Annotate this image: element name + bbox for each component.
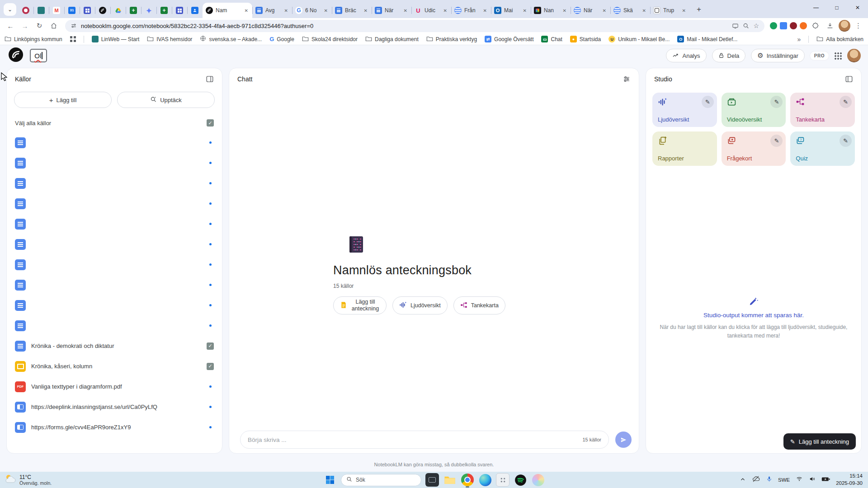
source-row-loading[interactable] xyxy=(7,132,222,153)
bookmark-folder[interactable]: Praktiska verktyg xyxy=(426,36,477,43)
pinned-tab[interactable]: + xyxy=(126,3,141,18)
browser-tab[interactable]: Trup✕ xyxy=(650,3,690,18)
add-note-button[interactable]: ✎ Lägg till anteckning xyxy=(783,433,856,450)
source-row[interactable]: Krönika, kåseri, kolumn✓ xyxy=(7,356,222,376)
reload-button[interactable]: ↻ xyxy=(33,20,45,32)
close-icon[interactable]: ✕ xyxy=(602,7,607,14)
tile-flashcards[interactable]: ✎ Frågekort xyxy=(722,131,786,166)
edit-pencil-button[interactable]: ✎ xyxy=(840,135,852,147)
source-row-loading[interactable] xyxy=(7,315,222,336)
file-explorer-icon[interactable] xyxy=(443,473,457,487)
analytics-button[interactable]: Analys xyxy=(666,49,706,62)
edit-pencil-button[interactable]: ✎ xyxy=(770,135,783,147)
close-icon[interactable]: ✕ xyxy=(323,7,329,14)
spotify-icon[interactable] xyxy=(514,473,527,487)
downloads-icon[interactable] xyxy=(824,20,836,32)
browser-tab[interactable]: Från✕ xyxy=(451,3,491,18)
close-icon[interactable]: ✕ xyxy=(522,7,528,14)
browser-tab[interactable]: Skä✕ xyxy=(610,3,650,18)
pinned-tab[interactable]: M xyxy=(49,3,64,18)
close-icon[interactable]: ✕ xyxy=(562,7,567,14)
forward-button[interactable]: → xyxy=(19,20,31,32)
chat-input[interactable] xyxy=(248,436,578,443)
browser-tab[interactable]: G6 No✕ xyxy=(292,3,332,18)
window-close-button[interactable]: ✕ xyxy=(847,0,868,15)
add-source-button[interactable]: +Lägg till xyxy=(14,92,112,108)
source-row-loading[interactable] xyxy=(7,234,222,254)
site-info-icon[interactable] xyxy=(71,23,77,29)
settings-button[interactable]: ⚙Inställningar xyxy=(751,49,805,62)
pinned-tab[interactable]: 31 xyxy=(64,3,80,18)
bookmark[interactable]: LinWeb — Start xyxy=(92,36,139,42)
browser-menu-icon[interactable]: ⋮ xyxy=(853,22,863,30)
browser-profile-avatar[interactable] xyxy=(839,20,850,32)
onedrive-paused-icon[interactable] xyxy=(751,475,760,485)
close-icon[interactable]: ✕ xyxy=(482,7,488,14)
source-row-loading[interactable] xyxy=(7,275,222,295)
home-button[interactable] xyxy=(48,20,60,32)
browser-tab[interactable]: Nan✕ xyxy=(531,3,571,18)
tile-mindmap[interactable]: ✎ Tankekarta xyxy=(790,93,855,127)
chat-input-bar[interactable]: 15 källor xyxy=(240,431,609,449)
source-row-loading[interactable] xyxy=(7,295,222,315)
studio-empty-title[interactable]: Studio-output kommer att sparas här. xyxy=(654,312,853,319)
close-icon[interactable]: ✕ xyxy=(283,7,289,14)
source-row-loading[interactable] xyxy=(7,193,222,214)
browser-tab[interactable]: Avg✕ xyxy=(252,3,292,18)
extensions-puzzle-icon[interactable] xyxy=(810,20,821,32)
tile-reports[interactable]: Rapporter xyxy=(652,131,717,166)
bookmark[interactable]: svenska.se – Akade... xyxy=(200,35,262,43)
collapse-panel-icon[interactable] xyxy=(845,75,853,83)
browser-tab[interactable]: OMai✕ xyxy=(491,3,531,18)
close-icon[interactable]: ✕ xyxy=(244,7,249,14)
browser-tab[interactable]: När✕ xyxy=(571,3,610,18)
weather-widget[interactable]: 11°CÖverväg. moln. xyxy=(0,474,52,486)
wifi-icon[interactable] xyxy=(796,476,803,484)
select-all-checkbox[interactable]: ✓ xyxy=(207,119,214,127)
window-maximize-button[interactable]: □ xyxy=(826,0,847,15)
pinned-tab[interactable] xyxy=(80,3,95,18)
tile-video-overview[interactable]: ✎ Videoöversikt xyxy=(722,93,786,127)
close-icon[interactable]: ✕ xyxy=(403,7,408,14)
battery-icon[interactable] xyxy=(821,476,830,484)
pinned-tab[interactable] xyxy=(141,3,156,18)
close-icon[interactable]: ✕ xyxy=(642,7,647,14)
edge-icon[interactable] xyxy=(478,473,492,487)
collapse-panel-icon[interactable] xyxy=(206,75,214,83)
all-bookmarks-button[interactable]: Alla bokmärken xyxy=(816,36,863,43)
pinned-tab[interactable] xyxy=(172,3,187,18)
browser-tab[interactable]: UUdic✕ xyxy=(411,3,451,18)
chrome-icon[interactable] xyxy=(461,474,474,486)
source-row-loading[interactable] xyxy=(7,214,222,234)
pinned-tab[interactable] xyxy=(18,3,33,18)
bookmark-folder[interactable]: Dagliga dokument xyxy=(365,36,419,43)
discover-sources-button[interactable]: Upptäck xyxy=(117,92,215,108)
pinned-tab[interactable] xyxy=(187,3,203,18)
bookmark-folder[interactable]: Skola24 direktsidor xyxy=(302,36,358,43)
source-row[interactable]: Krönika - demokrati och diktatur✓ xyxy=(7,336,222,356)
taskbar-search[interactable]: Sök xyxy=(341,474,421,486)
tile-quiz[interactable]: ? ✎ Quiz xyxy=(790,131,855,166)
bookmark[interactable]: UUnikum - Mikael Be... xyxy=(609,36,670,42)
url-text[interactable]: notebooklm.google.com/notebook/5832bc22-… xyxy=(81,23,728,29)
source-row-loading[interactable] xyxy=(7,153,222,173)
edit-pencil-button[interactable]: ✎ xyxy=(770,96,783,108)
browser-tab-active[interactable]: Nam ✕ xyxy=(203,3,252,18)
clock[interactable]: 15:142025-09-30 xyxy=(836,473,863,487)
source-row[interactable]: PDFVanliga texttyper i diagramform.pdf xyxy=(7,376,222,397)
microphone-icon[interactable] xyxy=(766,475,772,484)
bookmark[interactable]: ▭Chat xyxy=(541,36,562,42)
pinned-tab[interactable] xyxy=(110,3,126,18)
pinned-tab[interactable]: + xyxy=(156,3,172,18)
bookmark[interactable]: GGoogle xyxy=(269,36,294,42)
extension-icon[interactable] xyxy=(770,22,777,29)
back-button[interactable]: ← xyxy=(5,20,16,32)
extension-icon[interactable] xyxy=(790,22,797,29)
window-minimize-button[interactable]: — xyxy=(806,0,826,15)
send-button[interactable] xyxy=(615,432,632,448)
browser-tab[interactable]: När✕ xyxy=(372,3,411,18)
browser-tab[interactable]: Bräc✕ xyxy=(332,3,372,18)
bookmark[interactable]: ⇄Google Översätt xyxy=(485,36,533,42)
tray-chevron-up-icon[interactable] xyxy=(740,476,745,484)
volume-icon[interactable] xyxy=(809,476,816,484)
